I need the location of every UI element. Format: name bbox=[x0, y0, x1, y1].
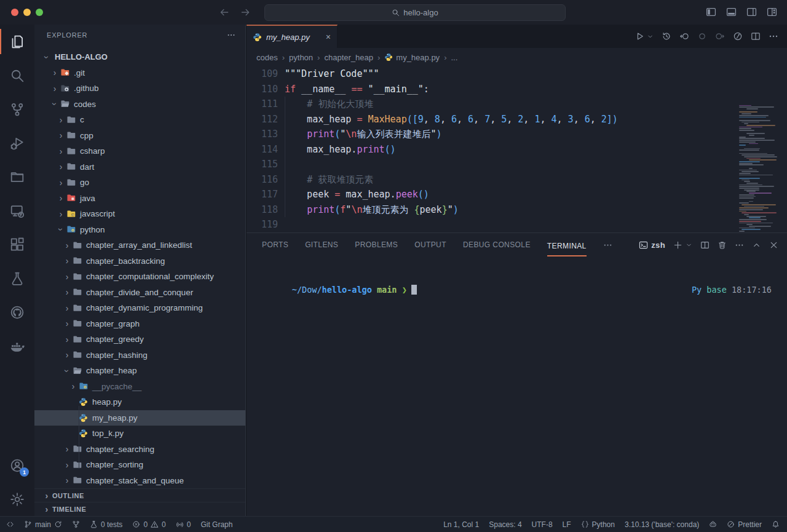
activity-bar-testing[interactable] bbox=[0, 261, 34, 295]
minimap[interactable] bbox=[739, 103, 783, 232]
status-copilot[interactable] bbox=[709, 520, 717, 528]
status-eol[interactable]: LF bbox=[563, 520, 571, 529]
toggle-panel-button[interactable] bbox=[726, 7, 737, 17]
status-git-graph-action[interactable] bbox=[72, 520, 80, 528]
terminal-dropdown-button[interactable] bbox=[686, 242, 692, 248]
outline-section[interactable]: › OUTLINE bbox=[34, 488, 245, 502]
command-center-search[interactable]: hello-algo bbox=[264, 4, 566, 21]
status-notifications[interactable] bbox=[772, 520, 780, 528]
tree-item-chapter-heap[interactable]: › chapter_heap bbox=[34, 363, 245, 379]
activity-bar-search[interactable] bbox=[0, 58, 34, 92]
kill-terminal-button[interactable] bbox=[718, 240, 727, 250]
tree-item-javascript[interactable]: ›JS javascript bbox=[34, 206, 245, 222]
status-cursor-position[interactable]: Ln 1, Col 1 bbox=[443, 520, 479, 529]
status-prettier[interactable]: Prettier bbox=[727, 520, 762, 529]
tree-item-cpp[interactable]: › cpp bbox=[34, 128, 245, 144]
activity-bar-project-manager[interactable] bbox=[0, 160, 34, 194]
tab-my-heap-py[interactable]: my_heap.py × bbox=[247, 25, 338, 48]
editor-code-area[interactable]: 109 """Driver Code""" 110 if __name__ ==… bbox=[247, 66, 787, 232]
tree-item-dart[interactable]: › dart bbox=[34, 159, 245, 175]
status-git-graph[interactable]: Git Graph bbox=[200, 520, 232, 529]
timeline-section[interactable]: › TIMELINE bbox=[34, 502, 245, 515]
tree-item-chapter-hashing[interactable]: › chapter_hashing bbox=[34, 347, 245, 363]
gitlens-back-button[interactable] bbox=[679, 31, 689, 41]
minimize-window-button[interactable] bbox=[23, 9, 31, 16]
tree-item-top-k-py[interactable]: › top_k.py bbox=[34, 426, 245, 442]
tree-item-csharp[interactable]: › csharp bbox=[34, 143, 245, 159]
tree-item-chapter-searching[interactable]: › chapter_searching bbox=[34, 442, 245, 458]
panel-tab-problems[interactable]: PROBLEMS bbox=[355, 238, 398, 252]
explorer-more-actions-button[interactable] bbox=[227, 31, 235, 39]
tree-item-my-heap-py[interactable]: › my_heap.py bbox=[34, 410, 245, 426]
close-window-button[interactable] bbox=[11, 9, 18, 16]
tree-item-chapter-array-and-linkedlist[interactable]: › chapter_array_and_linkedlist bbox=[34, 237, 245, 253]
tree-item-chapter-divide-and-conquer[interactable]: › chapter_divide_and_conquer bbox=[34, 285, 245, 301]
tree-item-chapter-computational-complexity[interactable]: › chapter_computational_complexity bbox=[34, 269, 245, 285]
activity-bar-explorer[interactable] bbox=[0, 25, 34, 58]
panel-tab-terminal[interactable]: TERMINAL bbox=[547, 239, 587, 256]
new-terminal-button[interactable] bbox=[673, 240, 682, 250]
close-tab-icon[interactable]: × bbox=[326, 32, 331, 42]
status-python-interpreter[interactable]: 3.10.13 ('base': conda) bbox=[625, 520, 699, 529]
maximize-panel-button[interactable] bbox=[752, 240, 761, 250]
tree-item--pycache-[interactable]: › __pycache__ bbox=[34, 379, 245, 395]
breadcrumb-item--[interactable]: ... bbox=[451, 53, 457, 62]
tree-item-java[interactable]: › java bbox=[34, 191, 245, 207]
panel-tab-gitlens[interactable]: GITLENS bbox=[305, 238, 338, 252]
gitlens-forward-button[interactable] bbox=[715, 31, 725, 41]
tree-item--git[interactable]: › .git bbox=[34, 65, 245, 81]
activity-bar-accounts[interactable]: 1 bbox=[0, 448, 34, 482]
toggle-secondary-sidebar-button[interactable] bbox=[746, 7, 757, 17]
tree-item-root[interactable]: › HELLO-ALGO bbox=[34, 49, 245, 65]
tree-item-chapter-dynamic-programming[interactable]: › chapter_dynamic_programming bbox=[34, 300, 245, 316]
toggle-primary-sidebar-button[interactable] bbox=[706, 7, 716, 17]
tree-item-chapter-sorting[interactable]: › chapter_sorting bbox=[34, 457, 245, 473]
status-git-branch[interactable]: main bbox=[24, 520, 62, 529]
run-python-file-button[interactable] bbox=[635, 31, 644, 41]
activity-bar-settings[interactable] bbox=[0, 482, 34, 516]
tree-item-chapter-greedy[interactable]: › chapter_greedy bbox=[34, 332, 245, 347]
status-language-mode[interactable]: Python bbox=[581, 520, 615, 529]
status-indentation[interactable]: Spaces: 4 bbox=[489, 520, 521, 529]
status-encoding[interactable]: UTF-8 bbox=[532, 520, 553, 529]
terminal-instance-zsh[interactable]: zsh bbox=[639, 240, 665, 250]
go-forward-button[interactable] bbox=[240, 7, 251, 18]
tree-item-go[interactable]: › go bbox=[34, 175, 245, 191]
breadcrumb-item-codes[interactable]: codes bbox=[256, 53, 278, 62]
tree-item-heap-py[interactable]: › heap.py bbox=[34, 394, 245, 410]
activity-bar-extensions[interactable] bbox=[0, 228, 34, 261]
tree-item-chapter-graph[interactable]: › chapter_graph bbox=[34, 316, 245, 332]
file-history-button[interactable] bbox=[662, 31, 671, 41]
tree-item-python[interactable]: › python bbox=[34, 222, 245, 238]
status-tests[interactable]: 0 tests bbox=[90, 520, 122, 529]
status-problems[interactable]: 0 0 bbox=[132, 520, 165, 529]
activity-bar-docker[interactable] bbox=[0, 329, 34, 363]
split-editor-button[interactable] bbox=[751, 31, 761, 41]
breadcrumb-item-my-heap-py[interactable]: my_heap.py bbox=[384, 53, 440, 62]
tree-item--github[interactable]: › .github bbox=[34, 81, 245, 97]
close-panel-button[interactable] bbox=[769, 240, 778, 250]
panel-tab-debug-console[interactable]: DEBUG CONSOLE bbox=[463, 238, 531, 252]
breadcrumb-item-chapter-heap[interactable]: chapter_heap bbox=[324, 53, 373, 62]
status-remote-indicator[interactable] bbox=[6, 520, 14, 528]
activity-bar-github[interactable] bbox=[0, 295, 34, 329]
customize-layout-button[interactable] bbox=[767, 7, 777, 17]
breadcrumb-item-python[interactable]: python bbox=[289, 53, 313, 62]
activity-bar-run-and-debug[interactable] bbox=[0, 126, 34, 160]
activity-bar-source-control[interactable] bbox=[0, 92, 34, 126]
gitlens-graph-button[interactable] bbox=[733, 31, 743, 41]
tree-item-chapter-stack-and-queue[interactable]: › chapter_stack_and_queue bbox=[34, 473, 245, 489]
zoom-window-button[interactable] bbox=[36, 9, 43, 16]
gitlens-current-button[interactable] bbox=[697, 31, 707, 41]
tree-item-chapter-backtracking[interactable]: › chapter_backtracking bbox=[34, 253, 245, 269]
tree-item-c[interactable]: › c bbox=[34, 112, 245, 128]
panel-tabs-more-button[interactable] bbox=[603, 240, 612, 250]
status-ports[interactable]: 0 bbox=[176, 520, 191, 529]
activity-bar-remote-explorer[interactable] bbox=[0, 194, 34, 228]
split-terminal-button[interactable] bbox=[700, 240, 710, 250]
more-actions-button[interactable] bbox=[769, 31, 778, 41]
run-dropdown-button[interactable] bbox=[647, 33, 654, 40]
panel-tab-output[interactable]: OUTPUT bbox=[414, 238, 446, 252]
panel-tab-ports[interactable]: PORTS bbox=[262, 238, 288, 252]
tree-item-codes[interactable]: › codes bbox=[34, 97, 245, 113]
